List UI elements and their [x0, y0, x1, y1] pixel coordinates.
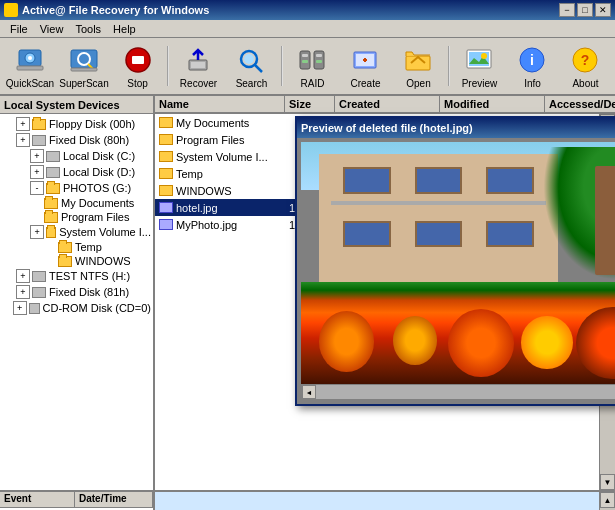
- svg-point-2: [28, 56, 32, 60]
- col-size[interactable]: Size: [285, 96, 335, 112]
- about-button[interactable]: ? About: [560, 40, 611, 92]
- svg-text:i: i: [531, 52, 535, 68]
- title-bar: Active@ File Recovery for Windows − □ ✕: [0, 0, 615, 20]
- left-panel-header: Local System Devices: [0, 96, 153, 114]
- svg-rect-19: [302, 60, 308, 63]
- device-tree[interactable]: + Floppy Disk (00h) + Fixed Disk (80h) +…: [0, 114, 153, 490]
- fixed81-label: Fixed Disk (81h): [49, 286, 129, 298]
- col-accessed[interactable]: Accessed/Deleted: [545, 96, 615, 112]
- tree-item-cdrom[interactable]: + CD-ROM Disk (CD=0): [2, 300, 151, 316]
- file-name-myphoto: MyPhoto.jpg: [155, 218, 285, 232]
- file-name-sysvol: System Volume I...: [155, 150, 285, 164]
- right-panel: Name Size Created Modified Accessed/Dele…: [155, 96, 615, 490]
- tree-item-sysvol[interactable]: + System Volume I...: [2, 224, 151, 240]
- svg-line-13: [255, 65, 262, 72]
- localc-icon: [46, 151, 60, 162]
- preview-title: Preview of deleted file (hotel.jpg): [301, 122, 473, 134]
- locald-label: Local Disk (D:): [63, 166, 135, 178]
- col-modified[interactable]: Modified: [440, 96, 545, 112]
- preview-body: ▲ ▼ ◄ ►: [297, 138, 615, 404]
- raid-button[interactable]: RAID: [287, 40, 338, 92]
- menu-view[interactable]: View: [34, 21, 70, 37]
- tree-item-localc[interactable]: + Local Disk (C:): [2, 148, 151, 164]
- tree-toggle-floppy[interactable]: +: [16, 117, 30, 131]
- tree-toggle-photosg[interactable]: -: [30, 181, 44, 195]
- app-icon: [4, 3, 18, 17]
- raid-icon: [296, 44, 328, 76]
- svg-text:?: ?: [581, 52, 590, 68]
- file-name-progfiles: Program Files: [155, 133, 285, 147]
- superscan-label: SuperScan: [59, 78, 108, 89]
- sysvol-label: System Volume I...: [59, 226, 151, 238]
- scroll-down-button[interactable]: ▼: [600, 474, 615, 490]
- tree-toggle-localc[interactable]: +: [30, 149, 44, 163]
- cdrom-label: CD-ROM Disk (CD=0): [43, 302, 151, 314]
- search-label: Search: [236, 78, 268, 89]
- tree-toggle-locald[interactable]: +: [30, 165, 44, 179]
- windows-icon: [58, 256, 72, 267]
- svg-rect-7: [71, 68, 97, 71]
- superscan-button[interactable]: SuperScan: [58, 40, 110, 92]
- floppy-icon: [32, 119, 46, 130]
- fixed81-icon: [32, 287, 46, 298]
- open-button[interactable]: Open: [393, 40, 444, 92]
- minimize-button[interactable]: −: [559, 3, 575, 17]
- tree-toggle-fixed81[interactable]: +: [16, 285, 30, 299]
- svg-rect-17: [302, 54, 308, 57]
- testntfs-icon: [32, 271, 46, 282]
- maximize-button[interactable]: □: [577, 3, 593, 17]
- log-scrollbar: ▲ ▼: [599, 492, 615, 510]
- menu-help[interactable]: Help: [107, 21, 142, 37]
- log-scroll-up[interactable]: ▲: [600, 492, 615, 508]
- windows-label: WINDOWS: [75, 255, 131, 267]
- tree-item-photosg[interactable]: - PHOTOS (G:): [2, 180, 151, 196]
- tree-item-fixed81[interactable]: + Fixed Disk (81h): [2, 284, 151, 300]
- search-icon: [235, 44, 267, 76]
- preview-hscroll-left[interactable]: ◄: [302, 385, 316, 399]
- tree-item-temp[interactable]: Temp: [2, 240, 151, 254]
- raid-label: RAID: [301, 78, 325, 89]
- close-button[interactable]: ✕: [595, 3, 611, 17]
- tree-item-progfiles[interactable]: Program Files: [2, 210, 151, 224]
- tree-item-testntfs[interactable]: + TEST NTFS (H:): [2, 268, 151, 284]
- preview-image: [301, 142, 615, 384]
- tree-item-floppy[interactable]: + Floppy Disk (00h): [2, 116, 151, 132]
- preview-button[interactable]: Preview: [454, 40, 505, 92]
- col-created[interactable]: Created: [335, 96, 440, 112]
- photosg-label: PHOTOS (G:): [63, 182, 131, 194]
- info-icon: i: [516, 44, 548, 76]
- create-label: Create: [350, 78, 380, 89]
- about-icon: ?: [569, 44, 601, 76]
- tree-item-mydocs[interactable]: My Documents: [2, 196, 151, 210]
- menu-tools[interactable]: Tools: [69, 21, 107, 37]
- create-button[interactable]: Create: [340, 40, 391, 92]
- title-bar-text: Active@ File Recovery for Windows: [4, 3, 209, 17]
- preview-hscroll: ◄ ►: [301, 384, 615, 400]
- about-label: About: [572, 78, 598, 89]
- tree-item-locald[interactable]: + Local Disk (D:): [2, 164, 151, 180]
- tree-toggle-testntfs[interactable]: +: [16, 269, 30, 283]
- col-name[interactable]: Name: [155, 96, 285, 112]
- menu-bar: File View Tools Help: [0, 20, 615, 38]
- tree-toggle-cdrom[interactable]: +: [13, 301, 27, 315]
- tree-toggle-sysvol[interactable]: +: [30, 225, 44, 239]
- info-button[interactable]: i Info: [507, 40, 558, 92]
- cdrom-icon: [29, 303, 40, 314]
- recover-button[interactable]: Recover: [173, 40, 224, 92]
- preview-image-area: ▲ ▼ ◄ ►: [301, 142, 615, 400]
- tree-item-windows[interactable]: WINDOWS: [2, 254, 151, 268]
- svg-rect-20: [316, 60, 322, 63]
- floppy-label: Floppy Disk (00h): [49, 118, 135, 130]
- stop-label: Stop: [127, 78, 148, 89]
- stop-icon: [122, 44, 154, 76]
- window-title: Active@ File Recovery for Windows: [22, 4, 209, 16]
- preview-icon: [463, 44, 495, 76]
- tree-item-fixed80[interactable]: + Fixed Disk (80h): [2, 132, 151, 148]
- quickscan-label: QuickScan: [6, 78, 54, 89]
- tree-toggle-fixed80[interactable]: +: [16, 133, 30, 147]
- search-button[interactable]: Search: [226, 40, 277, 92]
- file-name-hotel: hotel.jpg: [155, 201, 285, 215]
- quickscan-button[interactable]: QuickScan: [4, 40, 56, 92]
- stop-button[interactable]: Stop: [112, 40, 163, 92]
- menu-file[interactable]: File: [4, 21, 34, 37]
